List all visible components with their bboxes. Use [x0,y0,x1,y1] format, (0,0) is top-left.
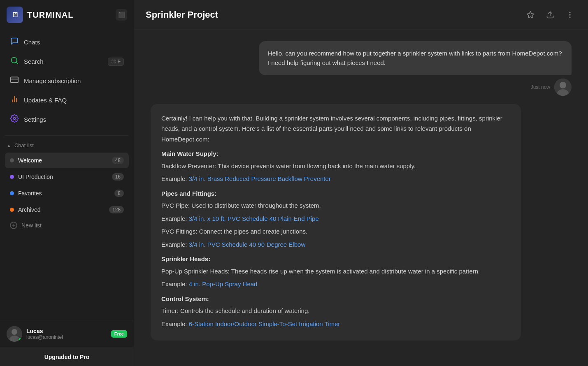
sidebar-item-settings[interactable]: Settings [5,110,129,129]
svg-marker-11 [527,11,534,18]
user-message-wrapper: Hello, can you recommend how to put toge… [151,41,572,96]
sidebar-toggle-button[interactable]: ⬛ [116,9,127,21]
chat-item-ui-production[interactable]: UI Production 16 [5,169,129,185]
user-avatar-small [554,79,572,96]
ai-para-popup-desc: Pop-Up Sprinkler Heads: These heads rise… [161,266,510,277]
settings-label: Settings [24,116,46,123]
logo-area: 🖥 TURMINAL [7,7,73,23]
subscription-icon [10,76,19,86]
archived-label: Archived [18,206,40,213]
ai-para-backflow-desc: Backflow Preventer: This device prevents… [161,161,510,171]
plus-icon: + [10,222,17,229]
chats-icon [10,37,19,47]
chat-item-welcome[interactable]: Welcome 48 [5,153,129,168]
search-icon [10,56,19,67]
favorites-dot-icon [10,191,14,195]
chevron-up-icon: ▲ [7,143,11,148]
svg-point-9 [12,329,17,335]
online-status-dot [18,338,22,341]
main-content: Sprinkler Project [134,0,588,366]
backflow-link[interactable]: 3/4 in. Brass Reduced Pressure Backflow … [189,175,331,182]
user-info: Lucas lucas@anonintel [26,328,107,340]
svg-point-17 [560,82,566,88]
upgrade-to-pro-banner[interactable]: Upgraded to Pro [0,347,134,366]
message-timestamp: Just now [531,84,550,90]
pvc-elbow-link[interactable]: 3/4 in. PVC Schedule 40 90-Degree Elbow [189,241,306,248]
ai-para-backflow-link: Example: 3/4 in. Brass Reduced Pressure … [161,174,510,184]
chat-item-archived[interactable]: Archived 128 [5,202,129,218]
archived-dot-icon [10,208,14,212]
user-message-text: Hello, can you recommend how to put toge… [268,50,562,66]
app-name: TURMINAL [27,10,73,20]
sidebar-bottom: Lucas lucas@anonintel Free Upgraded to P… [0,320,134,366]
ai-para-pvc-fittings-link: Example: 3/4 in. PVC Schedule 40 90-Degr… [161,239,510,250]
logo-emoji: 🖥 [11,11,19,19]
user-email: lucas@anonintel [26,334,107,340]
search-shortcut: ⌘ F [108,58,124,66]
chats-label: Chats [24,39,40,46]
chat-area[interactable]: Hello, can you recommend how to put toge… [134,30,588,366]
ai-section-control: Control System: [161,294,510,304]
chat-items-list: Welcome 48 UI Production 16 Favorites 8 … [0,153,134,218]
sidebar-item-search[interactable]: Search ⌘ F [5,52,129,71]
popup-spray-link[interactable]: 4 in. Pop-Up Spray Head [189,280,258,287]
avatar [7,326,22,342]
main-header: Sprinkler Project [134,0,588,30]
ai-para-timer-desc: Timer: Controls the schedule and duratio… [161,306,510,316]
user-name: Lucas [26,328,107,334]
svg-point-7 [14,118,16,120]
sidebar-item-chats[interactable]: Chats [5,33,129,51]
sidebar-header: 🖥 TURMINAL ⬛ [0,0,134,30]
sidebar-item-manage-subscription[interactable]: Manage subscription [5,72,129,90]
search-label: Search [24,58,44,65]
ai-section-sprinkler-heads: Sprinkler Heads: [161,254,510,264]
svg-point-15 [569,17,570,18]
svg-line-1 [16,62,18,64]
favorites-label: Favorites [18,190,42,197]
header-actions [524,8,576,21]
chat-list-label: Chat list [14,142,34,148]
pvc-pipe-link[interactable]: 3/4 in. x 10 ft. PVC Schedule 40 Plain-E… [189,215,319,222]
ui-production-dot-icon [10,175,14,179]
more-options-button[interactable] [563,8,576,21]
ai-section-water-supply: Main Water Supply: [161,148,510,159]
ui-production-badge: 16 [112,173,124,181]
upgrade-banner-label: Upgraded to Pro [44,354,90,360]
star-button[interactable] [524,8,537,21]
ui-production-label: UI Production [18,174,53,180]
chat-list-header[interactable]: ▲ Chat list [7,142,127,148]
irrigation-timer-link[interactable]: 6-Station Indoor/Outdoor Simple-To-Set I… [189,320,340,327]
ai-message: Certainly! I can help you with that. Bui… [151,104,521,341]
ai-section-pipes: Pipes and Fittings: [161,188,510,199]
svg-point-14 [569,14,570,15]
chat-item-favorites[interactable]: Favorites 8 [5,185,129,201]
new-list-label: New list [21,222,42,229]
welcome-badge: 48 [112,157,124,164]
ai-para-pvc-fittings-desc: PVC Fittings: Connect the pipes and crea… [161,226,510,237]
user-message: Hello, can you recommend how to put toge… [259,41,572,75]
user-profile-section[interactable]: Lucas lucas@anonintel Free [0,320,134,347]
ai-para-popup-link: Example: 4 in. Pop-Up Spray Head [161,279,510,290]
svg-rect-2 [11,77,18,82]
svg-point-13 [569,12,570,13]
manage-subscription-label: Manage subscription [24,77,81,84]
new-list-button[interactable]: + New list [5,218,129,233]
export-button[interactable] [544,8,557,21]
chat-list-section: ▲ Chat list [0,139,134,153]
ai-para-1: Certainly! I can help you with that. Bui… [161,113,510,145]
ai-para-pvc-pipe-desc: PVC Pipe: Used to distribute water throu… [161,200,510,211]
app-logo-icon: 🖥 [7,7,23,23]
updates-icon [10,95,19,105]
welcome-dot-icon [10,158,14,162]
chat-title: Sprinkler Project [146,9,218,20]
welcome-label: Welcome [18,157,42,164]
nav-divider [5,135,129,136]
favorites-badge: 8 [114,190,124,197]
archived-badge: 128 [109,206,124,213]
sidebar-nav: Chats Search ⌘ F Manage subscription [0,30,134,132]
ai-para-pvc-pipe-link: Example: 3/4 in. x 10 ft. PVC Schedule 4… [161,213,510,224]
message-meta: Just now [531,79,572,96]
settings-icon [10,114,19,125]
sidebar-item-updates-faq[interactable]: Updates & FAQ [5,91,129,109]
ai-para-timer-link: Example: 6-Station Indoor/Outdoor Simple… [161,319,510,329]
